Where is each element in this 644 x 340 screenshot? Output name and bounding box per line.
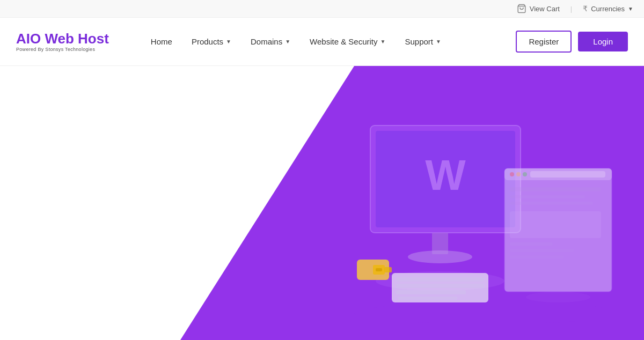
currencies-dropdown[interactable]: ₹ Currencies ▼ <box>583 4 633 13</box>
currencies-chevron-icon: ▼ <box>628 6 633 12</box>
svg-rect-8 <box>396 284 484 288</box>
nav-item-domains[interactable]: Domains ▼ <box>241 18 300 66</box>
svg-text:W: W <box>425 151 466 199</box>
svg-point-18 <box>516 172 521 176</box>
nav-support-label: Support <box>405 37 433 46</box>
svg-point-28 <box>526 292 590 302</box>
nav-links: Home Products ▼ Domains ▼ Website & Secu… <box>141 18 516 66</box>
svg-point-17 <box>510 172 514 176</box>
hero-illustration: W <box>268 66 644 340</box>
svg-rect-14 <box>384 267 392 272</box>
register-button[interactable]: Register <box>516 31 572 53</box>
rupee-icon: ₹ <box>583 4 588 13</box>
svg-rect-21 <box>510 187 601 191</box>
hero-section: W <box>0 66 644 340</box>
nav-products-label: Products <box>192 37 223 46</box>
nav-website-security-label: Website & Security <box>310 37 377 46</box>
svg-rect-27 <box>510 255 564 258</box>
nav-item-products[interactable]: Products ▼ <box>182 18 241 66</box>
svg-rect-10 <box>398 297 457 300</box>
devices-illustration: W <box>274 83 628 340</box>
website-security-chevron-icon: ▼ <box>380 39 386 45</box>
svg-rect-25 <box>510 242 553 246</box>
svg-rect-20 <box>530 171 605 178</box>
view-cart-label: View Cart <box>530 5 560 13</box>
svg-rect-7 <box>396 277 484 282</box>
svg-point-19 <box>523 172 527 176</box>
top-bar: View Cart | ₹ Currencies ▼ <box>0 0 644 18</box>
logo-title: AIO Web Host <box>16 31 109 47</box>
svg-rect-9 <box>396 290 466 294</box>
nav-domains-label: Domains <box>251 37 282 46</box>
support-chevron-icon: ▼ <box>436 39 441 45</box>
logo[interactable]: AIO Web Host Powered By Stonsys Technolo… <box>16 31 109 52</box>
nav-item-home[interactable]: Home <box>141 18 182 66</box>
svg-rect-13 <box>376 268 382 271</box>
svg-point-4 <box>408 250 472 263</box>
nav-home-label: Home <box>151 37 172 46</box>
nav-item-website-security[interactable]: Website & Security ▼ <box>300 18 395 66</box>
svg-point-29 <box>354 302 623 324</box>
domains-chevron-icon: ▼ <box>285 39 290 45</box>
nav-actions: Register Login <box>516 31 628 53</box>
cart-icon <box>517 4 526 13</box>
products-chevron-icon: ▼ <box>226 39 231 45</box>
logo-subtitle: Powered By Stonsys Technologies <box>16 47 109 52</box>
top-bar-divider: | <box>570 5 572 13</box>
navbar: AIO Web Host Powered By Stonsys Technolo… <box>0 18 644 66</box>
nav-item-support[interactable]: Support ▼ <box>395 18 450 66</box>
view-cart-link[interactable]: View Cart <box>517 4 560 13</box>
svg-rect-23 <box>510 202 593 205</box>
svg-rect-26 <box>510 249 574 252</box>
svg-rect-22 <box>510 195 585 198</box>
svg-rect-24 <box>510 211 601 238</box>
currencies-label: Currencies <box>591 5 625 13</box>
login-button[interactable]: Login <box>578 32 628 51</box>
